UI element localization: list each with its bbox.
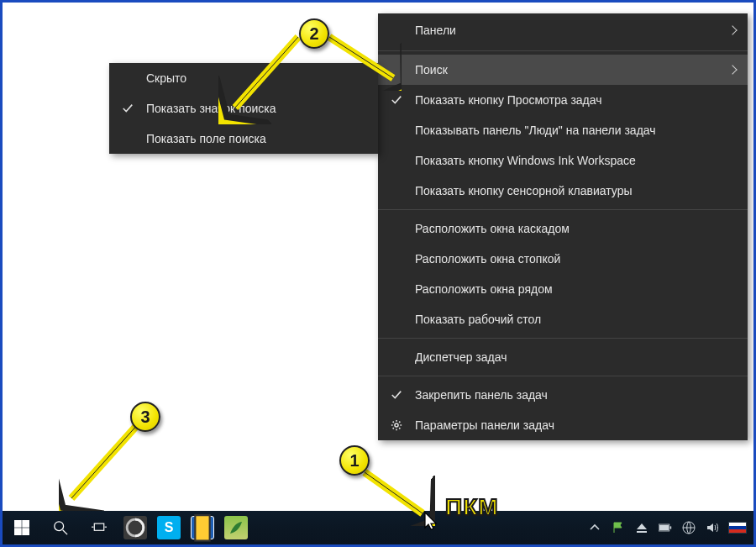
menu-item-task-manager[interactable]: Диспетчер задач <box>378 342 748 372</box>
menu-item-stack[interactable]: Расположить окна стопкой <box>378 244 748 274</box>
svg-rect-3 <box>14 529 21 535</box>
menu-item-label: Панели <box>415 24 456 37</box>
menu-item-side-by-side[interactable]: Расположить окна рядом <box>378 274 748 304</box>
menu-item-label: Показать кнопку Просмотра задач <box>415 93 602 107</box>
svg-rect-15 <box>670 526 672 529</box>
taskbar[interactable]: S <box>3 511 753 544</box>
tray-volume-icon[interactable] <box>705 520 720 535</box>
search-submenu: Скрыто Показать значок поиска Показать п… <box>109 63 378 154</box>
menu-item-label: Показать рабочий стол <box>415 313 541 326</box>
menu-separator <box>378 209 748 210</box>
chevron-right-icon <box>727 25 737 34</box>
chevron-right-icon <box>727 65 737 74</box>
annotation-number: 3 <box>140 408 150 427</box>
annotation-marker-3: 3 <box>130 402 160 432</box>
menu-separator <box>378 376 748 376</box>
svg-rect-1 <box>14 520 21 527</box>
taskbar-app-1[interactable] <box>123 516 147 539</box>
menu-item-label: Показать кнопку Windows Ink Workspace <box>415 154 636 167</box>
check-icon <box>390 388 403 402</box>
taskbar-left: S <box>3 511 253 544</box>
submenu-item-hidden[interactable]: Скрыто <box>109 63 378 93</box>
menu-item-taskbar-settings[interactable]: Параметры панели задач <box>378 410 748 440</box>
svg-rect-7 <box>94 523 103 530</box>
annotation-number: 1 <box>349 451 359 471</box>
submenu-item-show-search-icon[interactable]: Показать значок поиска <box>109 93 378 124</box>
taskbar-app-3[interactable] <box>191 516 214 539</box>
menu-item-label: Поиск <box>415 63 448 76</box>
app-icon <box>192 513 213 543</box>
task-view-button[interactable] <box>80 511 118 544</box>
menu-item-label: Расположить окна рядом <box>415 282 553 296</box>
gear-icon <box>390 418 403 432</box>
menu-item-label: Показать значок поиска <box>146 102 276 115</box>
menu-item-label: Показать кнопку сенсорной клавиатуры <box>415 184 633 197</box>
svg-rect-4 <box>23 529 29 535</box>
menu-item-label: Параметры панели задач <box>415 418 554 432</box>
menu-item-label: Показывать панель "Люди" на панели задач <box>415 124 656 137</box>
svg-rect-12 <box>637 531 647 533</box>
search-button[interactable] <box>41 511 80 544</box>
tray-network-icon[interactable] <box>681 520 696 535</box>
annotation-number: 2 <box>309 24 318 44</box>
system-tray <box>587 511 753 544</box>
tray-chevron-up[interactable] <box>587 520 602 535</box>
taskbar-app-4[interactable] <box>224 516 248 539</box>
submenu-item-show-search-box[interactable]: Показать поле поиска <box>109 124 378 154</box>
taskbar-app-skype[interactable]: S <box>157 516 181 539</box>
menu-item-label: Расположить окна каскадом <box>415 222 570 235</box>
svg-point-0 <box>395 423 398 427</box>
tray-battery-icon[interactable] <box>658 520 673 535</box>
svg-point-5 <box>55 522 64 531</box>
annotation-marker-1: 1 <box>339 445 370 476</box>
mouse-cursor-icon <box>423 511 438 531</box>
search-icon <box>53 520 68 535</box>
menu-item-label: Скрыто <box>146 71 186 85</box>
menu-item-show-desktop[interactable]: Показать рабочий стол <box>378 304 748 334</box>
language-indicator-ru[interactable] <box>728 522 747 534</box>
app-icon <box>123 516 147 539</box>
annotation-label-pkm: ПКМ <box>445 494 499 521</box>
annotation-arrow-3 <box>59 418 151 511</box>
windows-icon <box>14 520 29 535</box>
menu-item-search[interactable]: Поиск <box>378 55 748 85</box>
start-button[interactable] <box>3 511 41 544</box>
menu-separator <box>378 338 748 339</box>
menu-item-label: Расположить окна стопкой <box>415 252 560 266</box>
check-icon <box>121 102 134 115</box>
menu-item-show-task-view[interactable]: Показать кнопку Просмотра задач <box>378 85 748 115</box>
tray-flag-icon[interactable] <box>611 520 626 535</box>
app-icon <box>224 516 248 539</box>
menu-item-lock-taskbar[interactable]: Закрепить панель задач <box>378 380 748 410</box>
svg-rect-2 <box>23 520 29 527</box>
menu-item-cascade[interactable]: Расположить окна каскадом <box>378 213 748 244</box>
task-view-icon <box>92 520 107 535</box>
menu-item-show-ink[interactable]: Показать кнопку Windows Ink Workspace <box>378 145 748 176</box>
taskbar-context-menu: Панели Поиск Показать кнопку Просмотра з… <box>378 13 748 440</box>
svg-rect-14 <box>659 525 669 530</box>
menu-item-label: Показать поле поиска <box>146 132 266 145</box>
menu-separator <box>378 50 748 51</box>
tray-eject-icon[interactable] <box>634 520 649 535</box>
annotation-marker-2: 2 <box>299 18 329 49</box>
menu-item-show-people[interactable]: Показывать панель "Люди" на панели задач <box>378 115 748 145</box>
check-icon <box>390 93 403 107</box>
svg-line-6 <box>63 530 67 534</box>
menu-item-show-touch-keyboard[interactable]: Показать кнопку сенсорной клавиатуры <box>378 176 748 206</box>
menu-item-panels[interactable]: Панели <box>378 13 748 47</box>
menu-item-label: Закрепить панель задач <box>415 388 548 402</box>
menu-item-label: Диспетчер задач <box>415 350 507 364</box>
svg-rect-11 <box>195 515 209 540</box>
